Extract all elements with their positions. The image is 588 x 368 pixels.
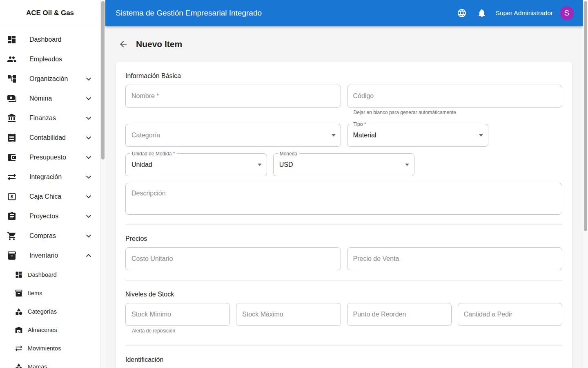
cantidad-pedir-input[interactable] (458, 303, 562, 325)
tipo-value: Material (347, 124, 488, 146)
stock-minimo-input[interactable] (126, 303, 229, 325)
section-divider (125, 224, 562, 225)
sidebar-item-presupuesto[interactable]: Presupuesto (0, 148, 100, 167)
sidebar-subitem-marcas[interactable]: Marcas (0, 357, 100, 368)
swap-arrows-icon (15, 344, 23, 352)
cantidad-pedir-field (458, 303, 562, 326)
sync-arrows-icon (7, 172, 17, 182)
sidebar-item-caja-chica[interactable]: $ Caja Chica (0, 187, 100, 206)
receipt-icon (7, 133, 17, 143)
sidebar-item-contabilidad[interactable]: Contabilidad (0, 128, 100, 148)
appbar-title: Sistema de Gestión Empresarial Integrado (116, 9, 457, 18)
form-card: Información Básica Dejar en blanco para … (116, 62, 572, 368)
sidebar-item-compras[interactable]: Compras (0, 226, 100, 246)
page-scrollbar (583, 0, 588, 368)
chevron-down-icon (84, 133, 94, 143)
categoria-placeholder: Categoría (126, 124, 341, 146)
page-content: Nuevo Item Información Básica (105, 26, 583, 368)
sidebar-item-proyectos[interactable]: Proyectos (0, 206, 100, 226)
sidebar-item-label: Caja Chica (29, 193, 84, 200)
unidad-label: Unidad de Medida * (130, 151, 177, 157)
page-scrollbar-thumb[interactable] (584, 1, 587, 231)
main-area: Sistema de Gestión Empresarial Integrado… (105, 0, 583, 368)
descripcion-field (125, 183, 562, 215)
descripcion-textarea[interactable] (126, 183, 562, 214)
col-categoria: Categoría (125, 124, 341, 147)
back-arrow-icon[interactable] (118, 39, 128, 49)
chevron-down-icon (84, 211, 94, 221)
page-header: Nuevo Item (116, 39, 572, 49)
user-avatar[interactable]: S (560, 6, 574, 20)
sidebar-scrollbar (100, 0, 105, 368)
nombre-input[interactable] (126, 85, 341, 107)
dropdown-arrow-icon (258, 164, 262, 166)
stock-minimo-helper-text: Alerta de reposición (132, 328, 230, 334)
sidebar-item-label: Inventario (29, 252, 84, 259)
wallet-icon (7, 153, 17, 162)
chevron-down-icon (84, 192, 94, 202)
row-unidad-moneda: Unidad de Medida * Unidad Moneda USD (125, 153, 562, 176)
sidebar-item-label: Integración (29, 173, 84, 181)
chevron-up-icon (84, 251, 94, 260)
sidebar-item-label: Nómina (29, 95, 84, 102)
col-stock-maximo (236, 303, 341, 326)
sidebar-item-integracion[interactable]: Integración (0, 167, 100, 187)
section-title-niveles-stock: Niveles de Stock (125, 290, 562, 298)
stock-maximo-field (236, 303, 341, 326)
precio-venta-field (347, 247, 563, 270)
punto-reorden-input[interactable] (347, 303, 451, 325)
sidebar-item-label: Organización (29, 75, 84, 83)
dropdown-arrow-icon (479, 134, 483, 137)
dashboard-icon (7, 35, 17, 45)
category-icon (15, 363, 23, 368)
section-divider (125, 280, 562, 280)
brand-title: ACE Oil & Gas (0, 0, 100, 26)
codigo-field (347, 85, 563, 108)
sidebar-item-label: Presupuesto (29, 154, 84, 161)
cash-box-icon: $ (7, 192, 17, 202)
col-stock-minimo: Alerta de reposición (125, 303, 230, 334)
sidebar-subitem-movimientos[interactable]: Movimientos (0, 339, 100, 357)
tipo-select[interactable]: Tipo * Material (347, 124, 489, 147)
sidebar-item-label: Compras (29, 232, 84, 240)
sidebar-item-empleados[interactable]: Empleados (0, 49, 100, 69)
sidebar-item-dashboard[interactable]: Dashboard (0, 30, 100, 49)
categoria-select[interactable]: Categoría (125, 124, 341, 147)
notifications-bell-icon[interactable] (477, 8, 487, 18)
col-punto-reorden (347, 303, 452, 326)
cart-icon (7, 231, 17, 241)
sidebar-subitem-almacenes[interactable]: Almacenes (0, 321, 100, 339)
precio-venta-input[interactable] (347, 248, 562, 270)
sidebar-item-label: Finanzas (29, 114, 84, 122)
moneda-select[interactable]: Moneda USD (273, 153, 415, 176)
sidebar-subitem-categorias[interactable]: Categorías (0, 302, 100, 321)
chevron-down-icon (84, 153, 94, 162)
sidebar-subitem-inventario-dashboard[interactable]: Dashboard (0, 265, 100, 284)
dropdown-arrow-icon (405, 164, 409, 166)
unidad-value: Unidad (126, 154, 267, 176)
payments-icon (7, 94, 17, 103)
language-globe-icon[interactable] (457, 8, 467, 18)
app-root: ACE Oil & Gas Dashboard Empleados Organi… (0, 0, 588, 368)
sidebar-scrollbar-thumb[interactable] (101, 1, 105, 159)
sidebar-item-organizacion[interactable]: Organización (0, 69, 100, 89)
codigo-input[interactable] (347, 85, 562, 107)
sidebar-item-finanzas[interactable]: Finanzas (0, 108, 100, 128)
inventory-icon (15, 289, 23, 297)
costo-unitario-input[interactable] (126, 248, 341, 270)
row-stock: Alerta de reposición (125, 303, 562, 334)
row-categoria-tipo: Categoría Tipo * Material (125, 124, 562, 147)
sidebar-item-label: Dashboard (29, 36, 94, 43)
appbar: Sistema de Gestión Empresarial Integrado… (105, 0, 583, 26)
col-unidad: Unidad de Medida * Unidad (125, 153, 267, 176)
sidebar-subitem-items[interactable]: Items (0, 284, 100, 302)
unidad-select[interactable]: Unidad de Medida * Unidad (125, 153, 267, 176)
people-icon (7, 54, 17, 64)
sidebar-item-nomina[interactable]: Nómina (0, 89, 100, 108)
sidebar-item-inventario[interactable]: Inventario (0, 246, 100, 265)
category-icon (15, 307, 23, 316)
col-tipo: Tipo * Material (347, 124, 489, 147)
sidebar-subitem-label: Dashboard (28, 272, 57, 278)
avatar-initial: S (564, 9, 570, 18)
stock-maximo-input[interactable] (236, 303, 340, 325)
